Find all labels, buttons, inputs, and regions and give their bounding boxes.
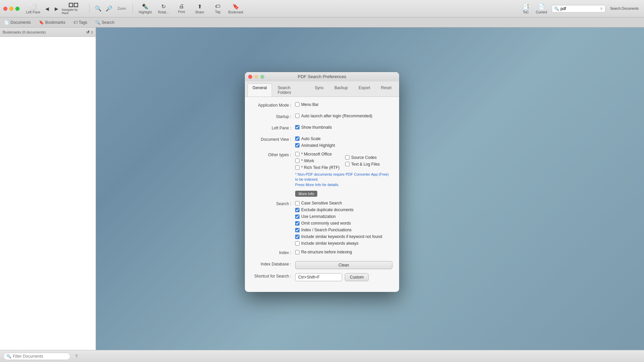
filter-icon: 🔍 — [6, 354, 11, 359]
prefs-title-bar: PDF Search Preferences — [245, 72, 399, 81]
clean-button[interactable]: Clean — [295, 261, 392, 269]
index-punctuations-checkbox[interactable] — [295, 228, 300, 232]
prefs-dialog-title: PDF Search Preferences — [298, 74, 346, 79]
prefs-tabs: General Search Folders Sync Backup Expor… — [245, 81, 399, 97]
exclude-duplicate-option[interactable]: Exclude duplicate documents — [295, 207, 392, 212]
tab-bookmarks[interactable]: 🔖 Bookmarks — [38, 19, 66, 26]
highlight-button[interactable]: ✒️ Highlight — [137, 1, 154, 16]
nav-forward-button[interactable]: ▶ — [52, 1, 60, 16]
current-button[interactable]: 📄 Current — [534, 2, 549, 15]
animated-highlight-checkbox[interactable] — [295, 143, 300, 147]
startup-label: Startup : — [252, 114, 295, 119]
include-similar-if-not-option[interactable]: Include similar keywords if keyword not … — [295, 234, 392, 239]
toolbar-tools-group: ✒️ Highlight ↻ Rotat... 🖨 Print ⬆ Share … — [137, 1, 244, 16]
help-button[interactable]: ? — [75, 354, 77, 359]
filter-input[interactable] — [13, 354, 67, 359]
prefs-tab-export[interactable]: Export — [354, 83, 375, 97]
microsoft-office-option[interactable]: * Microsoft Office — [295, 152, 342, 157]
toc-button[interactable]: 📑 ToC — [521, 2, 531, 15]
zoom-out-button[interactable]: 🔍 — [94, 1, 103, 16]
iwork-checkbox[interactable] — [295, 159, 300, 163]
prefs-tab-backup[interactable]: Backup — [329, 83, 353, 97]
prefs-maximize-button — [260, 75, 264, 79]
show-thumbnails-option[interactable]: Show thumbnails — [295, 125, 392, 130]
tab-tags[interactable]: 🏷 Tags — [73, 19, 88, 26]
navigate-by-rack-button[interactable]: 🔲🔲 Navigate by Rack — [62, 1, 85, 16]
other-types-controls: * Microsoft Office * iWork * Rich Text F… — [295, 152, 392, 197]
other-types-info: * Non-PDF documents require PDF Converte… — [295, 172, 392, 187]
restructure-checkbox[interactable] — [295, 250, 300, 254]
prefs-tab-search-folders[interactable]: Search Folders — [273, 83, 309, 97]
iwork-option[interactable]: * iWork — [295, 159, 342, 163]
omit-common-checkbox[interactable] — [295, 221, 300, 226]
left-pane-button[interactable]: ⬜ Left Pane — [25, 1, 42, 16]
omit-common-option[interactable]: Omit commonly used words — [295, 221, 392, 226]
menu-bar-checkbox[interactable] — [295, 102, 300, 107]
auto-scale-checkbox[interactable] — [295, 136, 300, 141]
use-lemmatization-option[interactable]: Use Lemmatization — [295, 214, 392, 219]
tab-documents[interactable]: 📄 Documents — [3, 19, 32, 26]
custom-button[interactable]: Custom — [345, 273, 369, 281]
search-controls: Case Sensitive Search Exclude duplicate … — [295, 201, 392, 246]
prefs-close-button[interactable] — [248, 75, 252, 79]
search-documents-button[interactable]: Search Documents — [608, 5, 641, 12]
prefs-tab-general[interactable]: General — [248, 83, 272, 97]
text-log-option[interactable]: Text & Log Files — [345, 162, 392, 167]
prefs-tab-sync[interactable]: Sync — [310, 83, 329, 97]
prefs-tab-reset[interactable]: Reset — [376, 83, 396, 97]
rtf-checkbox[interactable] — [295, 165, 300, 170]
auto-launch-checkbox[interactable] — [295, 114, 300, 118]
auto-scale-option[interactable]: Auto Scale — [295, 136, 392, 141]
toolbar-right: 📑 ToC 📄 Current 🔍 ✕ Search Documents — [521, 2, 641, 15]
rtf-option[interactable]: * Rich Text File (RTF) — [295, 165, 342, 170]
app-window: ⬜ Left Pane ◀ ▶ 🔲🔲 Navigate by Rack 🔍 🔎 — [0, 0, 644, 362]
case-sensitive-option[interactable]: Case Sensitive Search — [295, 201, 392, 205]
case-sensitive-checkbox[interactable] — [295, 201, 300, 205]
include-similar-always-option[interactable]: Include similar keywords always — [295, 241, 392, 246]
zoom-label: Zoom — [115, 1, 128, 16]
traffic-lights — [3, 7, 19, 11]
auto-launch-option[interactable]: Auto launch after login (Recommended) — [295, 114, 392, 118]
index-punctuations-option[interactable]: Index / Search Punctuations — [295, 228, 392, 232]
tag-button[interactable]: 🏷 Tag — [209, 1, 226, 16]
other-types-cols: * Microsoft Office * iWork * Rich Text F… — [295, 152, 392, 170]
share-button[interactable]: ⬆ Share — [191, 1, 208, 16]
minimize-button[interactable] — [9, 7, 13, 11]
show-thumbnails-checkbox[interactable] — [295, 125, 300, 129]
text-log-checkbox[interactable] — [345, 162, 350, 166]
exclude-duplicate-checkbox[interactable] — [295, 208, 300, 212]
include-similar-if-not-checkbox[interactable] — [295, 235, 300, 239]
search-toolbar-input[interactable] — [560, 6, 598, 11]
microsoft-office-checkbox[interactable] — [295, 152, 300, 156]
search-row: Search : Case Sensitive Search Exclude d… — [252, 201, 392, 246]
toolbar-zoom-group: 🔍 🔎 Zoom — [94, 1, 128, 16]
index-controls: Re-structure before indexing — [295, 250, 392, 254]
close-button[interactable] — [3, 7, 7, 11]
more-info-button[interactable]: More Info — [295, 191, 317, 197]
other-types-col2: Source Codes Text & Log Files — [345, 155, 392, 167]
rotate-button[interactable]: ↻ Rotat... — [155, 1, 172, 16]
bookmark-button[interactable]: 🔖 Bookmark — [227, 1, 244, 16]
nav-back-button[interactable]: ◀ — [43, 1, 51, 16]
shortcut-input-row: Custom — [295, 273, 392, 281]
prefs-content: Application Mode : Menu Bar Startup : — [245, 97, 399, 292]
zoom-in-button[interactable]: 🔎 — [104, 1, 114, 16]
startup-controls: Auto launch after login (Recommended) — [295, 114, 392, 118]
animated-highlight-option[interactable]: Animated Highlight — [295, 143, 392, 148]
use-lemmatization-checkbox[interactable] — [295, 215, 300, 219]
prefs-traffic-lights — [248, 75, 264, 79]
application-mode-row: Application Mode : Menu Bar — [252, 102, 392, 110]
tab-search[interactable]: 🔍 Search — [95, 19, 115, 26]
shortcut-input[interactable] — [295, 273, 342, 281]
print-button[interactable]: 🖨 Print — [173, 1, 190, 16]
shortcut-controls: Custom — [295, 273, 392, 281]
maximize-button[interactable] — [15, 7, 19, 11]
index-label: Index : — [252, 250, 295, 255]
source-codes-checkbox[interactable] — [345, 155, 350, 160]
include-similar-always-checkbox[interactable] — [295, 241, 300, 246]
menu-bar-option[interactable]: Menu Bar — [295, 102, 392, 107]
source-codes-option[interactable]: Source Codes — [345, 155, 392, 160]
shortcut-label: Shortcut for Search : — [252, 273, 295, 279]
search-toolbar-clear[interactable]: ✕ — [600, 6, 603, 11]
restructure-option[interactable]: Re-structure before indexing — [295, 250, 392, 254]
